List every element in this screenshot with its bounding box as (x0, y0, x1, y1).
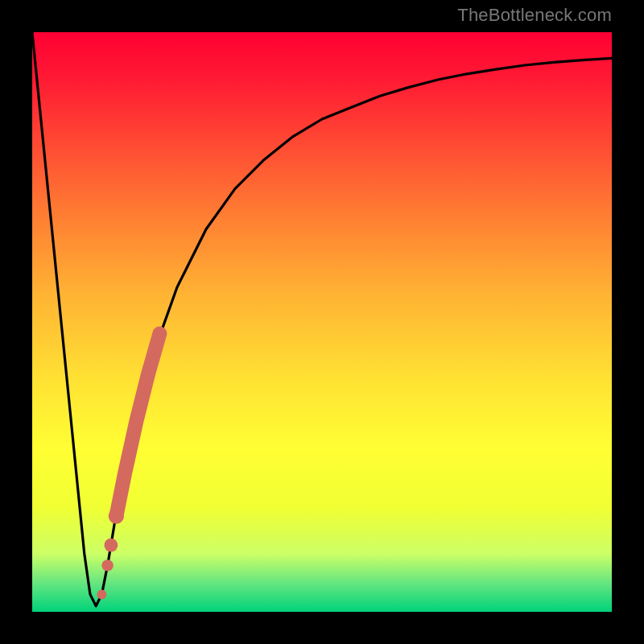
curve-overlay (32, 32, 612, 612)
highlight-thick-segment (116, 333, 159, 516)
highlight-dot (101, 559, 113, 571)
attribution-label: TheBottleneck.com (457, 5, 612, 26)
highlight-dot (97, 589, 106, 599)
highlight-markers (97, 333, 159, 599)
plot-area (32, 32, 612, 612)
highlight-dot (109, 509, 124, 524)
chart-frame: TheBottleneck.com (0, 0, 644, 644)
highlight-dot (105, 539, 118, 552)
